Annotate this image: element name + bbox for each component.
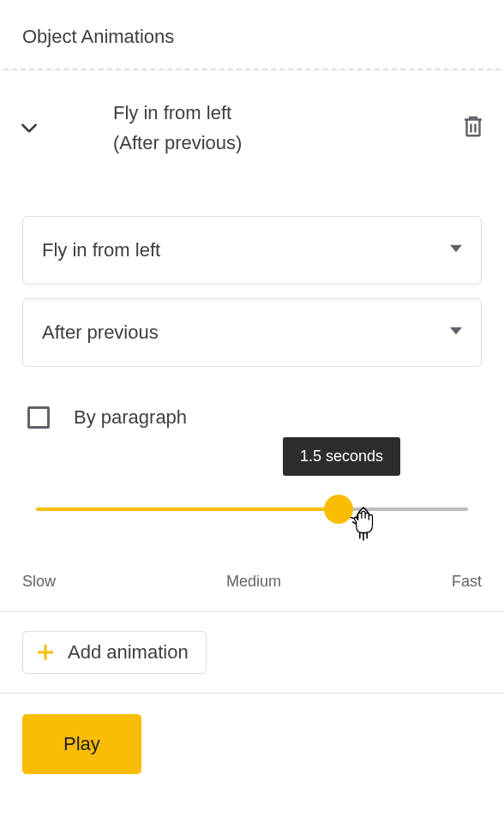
animation-header-text: Fly in from left (After previous) <box>43 98 458 158</box>
by-paragraph-checkbox[interactable] <box>27 406 50 429</box>
slider-fill <box>36 508 339 511</box>
by-paragraph-label: By paragraph <box>74 406 187 429</box>
animation-header[interactable]: Fly in from left (After previous) <box>0 70 504 182</box>
slider-tooltip: 1.5 seconds <box>283 437 400 476</box>
panel-title: Object Animations <box>0 0 504 69</box>
animation-start-select[interactable]: After previous <box>22 298 482 367</box>
select-value: After previous <box>42 321 159 344</box>
speed-slider-area: 1.5 seconds <box>0 437 504 537</box>
dropdown-icon <box>450 325 462 340</box>
trash-icon <box>460 113 486 142</box>
select-value: Fly in from left <box>42 239 160 261</box>
chevron-down-icon[interactable] <box>15 114 43 141</box>
delete-button[interactable] <box>458 112 489 143</box>
speed-slider[interactable] <box>36 508 468 511</box>
add-animation-label: Add animation <box>68 641 189 664</box>
slider-label-medium: Medium <box>226 573 281 591</box>
play-button[interactable]: Play <box>22 714 141 774</box>
plus-icon <box>35 642 56 663</box>
svg-marker-2 <box>450 245 462 252</box>
by-paragraph-row[interactable]: By paragraph <box>0 381 504 437</box>
slider-labels: Slow Medium Fast <box>0 537 504 611</box>
svg-marker-3 <box>450 327 462 334</box>
animation-type-select[interactable]: Fly in from left <box>22 216 482 285</box>
slider-thumb[interactable] <box>324 495 353 524</box>
slider-label-slow: Slow <box>22 573 56 591</box>
add-animation-button[interactable]: Add animation <box>22 631 207 674</box>
animation-title: Fly in from left <box>113 98 458 128</box>
slider-label-fast: Fast <box>452 573 482 591</box>
animation-subtitle: (After previous) <box>113 128 458 158</box>
dropdown-icon <box>450 243 462 258</box>
